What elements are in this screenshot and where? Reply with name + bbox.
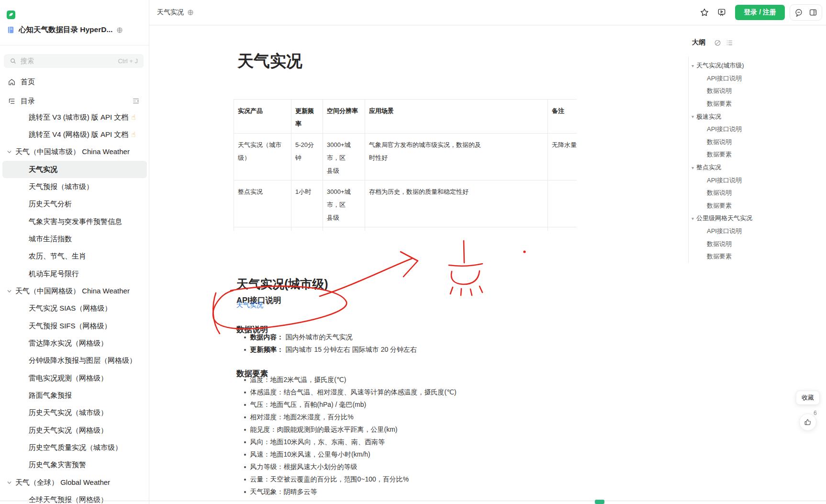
search-input[interactable]: 搜索 Ctrl + J [4,54,144,68]
bullet-dot [244,454,246,456]
public-globe-icon [187,9,194,16]
list-item-text: 相对湿度：地面2米湿度，百分比% [250,413,354,422]
sidebar-item-label: 城市生活指数 [29,235,72,244]
outline-item-label: 天气实况(城市级) [696,61,744,70]
sidebar-item[interactable]: 机动车尾号限行 [2,265,147,282]
sidebar-item[interactable]: 天气实况 [2,161,147,178]
list-item-label: 数据内容： [250,333,284,342]
outline-item-label: 数据要素 [707,100,732,108]
chevron-down-icon [7,149,12,155]
sidebar-item[interactable]: 跳转至 V4 (网格级) 版 API 文档☝ [2,126,147,143]
app-logo[interactable] [7,11,15,19]
table-cell: 极速实况 [234,227,291,231]
outline-item[interactable]: 数据要素 [689,250,808,263]
green-widget [595,500,604,504]
sidebar: 心知天气数据目录 HyperD... 搜索 Ctrl + J 首页 目录 [0,0,149,504]
outline-item[interactable]: 数据说明 [689,85,808,98]
sidebar-item-home[interactable]: 首页 [4,75,144,89]
annotation-dian-dot1 [450,287,453,294]
star-icon[interactable] [700,8,709,17]
workspace-title-row[interactable]: 心知天气数据目录 HyperD... [7,25,144,35]
outline-title: 大纲 [692,38,705,47]
outline-item[interactable]: 数据要素 [689,98,808,111]
sidebar-group[interactable]: 天气（全球） Global Weather [2,474,147,491]
sidebar-item-toc[interactable]: 目录 [4,94,144,108]
annotation-dian-stroke2 [449,264,482,266]
table-header-cell: 备注 [548,100,577,134]
bullet-dot [244,349,246,351]
sidebar-group[interactable]: 天气（中国网格级） China Weather [2,282,147,300]
logo-icon [7,11,15,19]
presentation-icon[interactable] [717,8,726,17]
sidebar-item[interactable]: 全球天气预报（网格级） [2,491,147,504]
table-cell: 1小时 [291,180,323,227]
table-cell: 无降水量 [548,134,577,180]
outline-item[interactable]: 数据要素 [689,148,808,161]
sidebar-item-label: 雷电实况观测（网格级） [29,374,108,383]
hide-outline-icon[interactable] [714,39,721,46]
pointing-hand-icon: ☝ [131,113,135,122]
outline-item[interactable]: API接口说明 [689,123,808,136]
outline-item[interactable]: 数据说明 [689,136,808,149]
sidebar-item[interactable]: 雷达降水实况（网格级） [2,335,147,352]
outline-item[interactable]: ▾公里级网格天气实况 [689,212,808,225]
sidebar-item[interactable]: 历史天气实况（城市级） [2,404,147,422]
outline-item-label: API接口说明 [707,176,742,185]
list-item-text: 气压：地面气压，百帕(hPa) / 毫巴(mb) [250,401,367,409]
sidebar-item[interactable]: 历史空气质量实况（城市级） [2,439,147,456]
sidebar-item[interactable]: 农历、节气、生肖 [2,248,147,265]
list-item: 更新频率：国内城市 15 分钟左右 国际城市 20 分钟左右 [244,344,417,356]
sidebar-panel-icon[interactable] [809,8,817,17]
sidebar-item[interactable]: 天气预报（城市级） [2,178,147,195]
collapse-all-icon[interactable] [132,97,140,105]
triangle-down-icon: ▾ [692,216,694,221]
breadcrumb[interactable]: 天气实况 [157,8,194,17]
sidebar-item[interactable]: 路面气象预报 [2,387,147,404]
sidebar-item[interactable]: 天气实况 SIAS（网格级） [2,300,147,317]
topbar-actions: 登录 / 注册 [700,4,822,21]
list-item-text: 温度：地面2米气温，摄氏度(℃) [250,376,346,384]
annotation-arrow-head [401,252,418,277]
sidebar-item[interactable]: 分钟级降水预报与图层（网格级） [2,352,147,370]
bottom-edge-line [0,501,826,501]
like-count-badge: 6 [814,410,817,416]
table-cell: 气象局官方发布的城市级实况，数据的及 时性好 [365,134,548,180]
outline-item-label: 数据要素 [707,252,732,261]
sidebar-group[interactable]: 天气（中国城市级） China Weather [2,144,147,161]
sidebar-item[interactable]: 天气预报 SIFS（网格级） [2,317,147,335]
sidebar-item[interactable]: 历史天气实况（网格级） [2,422,147,439]
outline-list-icon[interactable] [726,39,733,46]
table-cell [548,180,577,227]
bullet-dot [244,479,246,481]
favorite-button[interactable]: 收藏 [796,391,820,405]
outline-item[interactable]: 数据要素 [689,200,808,213]
bullet-dot [244,466,246,468]
table-cell: 整点实况 [234,180,291,227]
outline-item[interactable]: 数据说明 [689,237,808,250]
topbar: 天气实况 登录 / 注册 [149,0,826,25]
share-globe-icon[interactable] [116,27,123,34]
table-cell: 6W+自动站 [323,227,365,231]
sidebar-item-label: 气象灾害与突发事件预警信息 [29,217,122,226]
sidebar-item[interactable]: 城市生活指数 [2,230,147,247]
desc-list: 数据内容：国内外城市的天气实况更新频率：国内城市 15 分钟左右 国际城市 20… [244,331,417,356]
comment-icon[interactable] [794,8,803,17]
outline-item[interactable]: ▾整点实况 [689,161,808,174]
outline-item[interactable]: API接口说明 [689,225,808,238]
login-register-button[interactable]: 登录 / 注册 [735,5,785,20]
sidebar-item-label: 路面气象预报 [29,391,72,400]
outline-item[interactable]: 数据说明 [689,187,808,200]
sidebar-item[interactable]: 雷电实况观测（网格级） [2,370,147,387]
outline-item[interactable]: API接口说明 [689,72,808,85]
sidebar-item[interactable]: 历史气象灾害预警 [2,457,147,474]
sidebar-item[interactable]: 跳转至 V3 (城市级) 版 API 文档☝ [2,109,147,126]
sidebar-item[interactable]: 历史天气分析 [2,196,147,213]
sidebar-item-label: 天气实况 [29,165,57,174]
sidebar-item[interactable]: 气象灾害与突发事件预警信息 [2,213,147,230]
outline-item[interactable]: API接口说明 [689,174,808,187]
outline-item[interactable]: ▾天气实况(城市级) [689,59,808,72]
chevron-down-icon [7,289,12,294]
sidebar-divider [0,45,149,45]
outline-item[interactable]: ▾极速实况 [689,110,808,123]
api-doc-link[interactable]: 天气实况 [236,301,263,310]
